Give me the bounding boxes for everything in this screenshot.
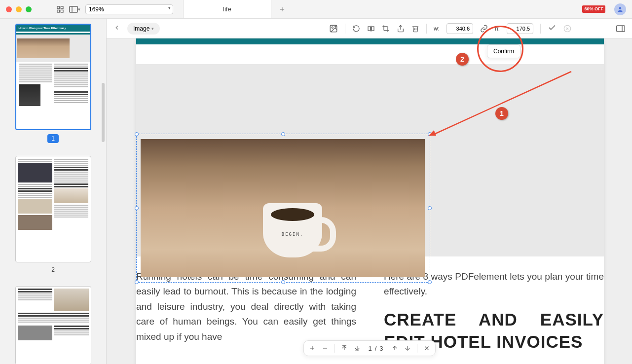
svg-rect-20 bbox=[617, 26, 625, 32]
thumb1-title: How to Plan your Time Effectively bbox=[16, 25, 90, 32]
confirm-tooltip: Confirm bbox=[487, 44, 520, 58]
resize-handle-tr[interactable] bbox=[428, 132, 432, 136]
add-tab-button[interactable] bbox=[271, 0, 293, 18]
resize-handle-tl[interactable] bbox=[135, 132, 139, 136]
crop-icon[interactable] bbox=[382, 25, 390, 33]
first-page-button[interactable] bbox=[340, 345, 347, 352]
page-thumbnail-3[interactable] bbox=[15, 286, 91, 364]
thumbnail-sidebar: How to Plan your Time Effectively bbox=[0, 19, 107, 364]
resize-handle-l[interactable] bbox=[135, 206, 139, 210]
window-titlebar: ▾ life 60% OFF bbox=[0, 0, 632, 19]
page-indicator: 1 / 3 bbox=[366, 345, 385, 352]
replace-image-icon[interactable] bbox=[329, 24, 338, 33]
resize-handle-b[interactable] bbox=[281, 280, 285, 284]
svg-rect-13 bbox=[368, 27, 371, 31]
width-input[interactable] bbox=[446, 23, 473, 34]
svg-point-8 bbox=[619, 7, 622, 9]
page-nav-bar: 1 / 3 bbox=[303, 340, 435, 356]
promo-badge[interactable]: 60% OFF bbox=[582, 5, 605, 13]
total-pages: 3 bbox=[379, 345, 383, 352]
page-thumbnail-1[interactable]: How to Plan your Time Effectively bbox=[15, 24, 91, 130]
resize-handle-t[interactable] bbox=[281, 132, 285, 136]
last-page-button[interactable] bbox=[353, 345, 360, 352]
resize-handle-bl[interactable] bbox=[135, 280, 139, 284]
selected-image[interactable]: BEGIN. bbox=[141, 139, 425, 277]
resize-handle-br[interactable] bbox=[428, 280, 432, 284]
close-bar-button[interactable] bbox=[423, 345, 430, 352]
svg-rect-2 bbox=[57, 10, 60, 12]
context-toolbar: Image ▾ w: bbox=[107, 19, 632, 38]
cancel-button[interactable] bbox=[563, 25, 571, 33]
annotation-badge-1: 1 bbox=[495, 107, 508, 120]
next-page-button[interactable] bbox=[404, 345, 411, 352]
export-icon[interactable] bbox=[397, 25, 405, 33]
zoom-out-button[interactable] bbox=[321, 345, 328, 352]
maximize-window-button[interactable] bbox=[26, 6, 32, 12]
close-window-button[interactable] bbox=[6, 6, 12, 12]
user-avatar[interactable] bbox=[614, 3, 626, 15]
document-tab[interactable]: life bbox=[183, 0, 271, 18]
svg-rect-0 bbox=[57, 6, 60, 9]
confirm-button[interactable] bbox=[548, 23, 557, 34]
thumb-number-2: 2 bbox=[51, 266, 55, 273]
zoom-select[interactable] bbox=[85, 4, 173, 14]
zoom-in-button[interactable] bbox=[308, 345, 315, 352]
height-input[interactable] bbox=[507, 23, 533, 34]
rotate-icon[interactable] bbox=[352, 25, 360, 33]
height-label: h: bbox=[495, 25, 500, 32]
editor-canvas: Image ▾ w: bbox=[107, 19, 632, 364]
thumb-number-1: 1 bbox=[47, 134, 59, 143]
back-button[interactable] bbox=[113, 24, 120, 33]
svg-rect-4 bbox=[70, 6, 78, 12]
annotation-badge-2: 2 bbox=[456, 53, 469, 66]
prev-page-button[interactable] bbox=[391, 345, 398, 352]
object-type-dropdown[interactable]: Image ▾ bbox=[127, 23, 160, 35]
document-page: BEGIN. Running hotels can be time consum… bbox=[136, 38, 604, 364]
flip-icon[interactable] bbox=[367, 25, 375, 33]
delete-icon[interactable] bbox=[411, 25, 419, 33]
minimize-window-button[interactable] bbox=[16, 6, 22, 12]
svg-rect-1 bbox=[61, 6, 63, 9]
grid-view-icon[interactable] bbox=[56, 5, 64, 13]
page-thumbnail-2[interactable] bbox=[15, 156, 91, 262]
svg-rect-3 bbox=[61, 10, 63, 12]
image-selection[interactable]: BEGIN. bbox=[136, 134, 430, 283]
svg-rect-14 bbox=[372, 27, 374, 31]
properties-panel-icon[interactable] bbox=[616, 25, 625, 32]
mug-text: BEGIN. bbox=[263, 232, 322, 237]
current-page[interactable]: 1 bbox=[368, 345, 372, 352]
svg-point-10 bbox=[332, 27, 333, 28]
link-dimensions-icon[interactable] bbox=[480, 25, 488, 33]
panel-toggle-icon[interactable]: ▾ bbox=[69, 6, 80, 13]
resize-handle-r[interactable] bbox=[428, 206, 432, 210]
width-label: w: bbox=[434, 25, 440, 32]
